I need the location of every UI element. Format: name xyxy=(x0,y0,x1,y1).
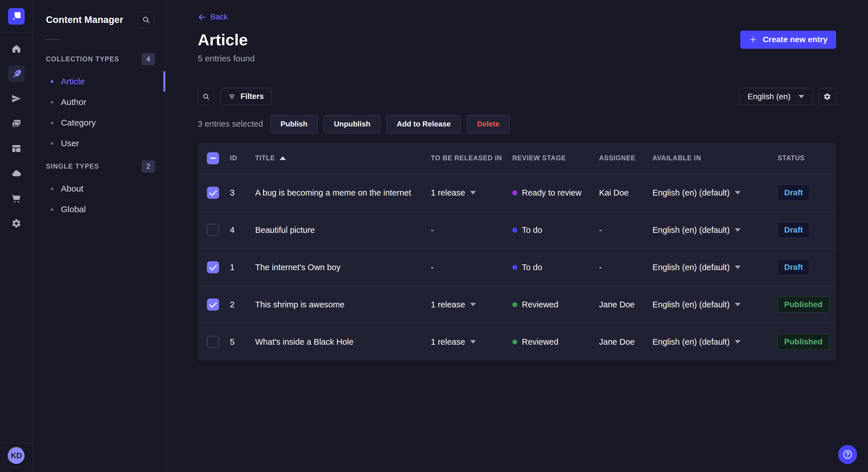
divider xyxy=(46,39,59,40)
strapi-logo[interactable] xyxy=(8,8,25,25)
column-header-title[interactable]: TITLE xyxy=(255,154,431,162)
sidebar-item-label: Author xyxy=(61,97,86,107)
delete-button[interactable]: Delete xyxy=(467,115,509,133)
create-new-entry-button[interactable]: Create new entry xyxy=(740,31,836,49)
column-header-status[interactable]: STATUS xyxy=(778,154,836,162)
row-checkbox[interactable] xyxy=(207,187,219,199)
sidebar-item-label: Global xyxy=(61,204,86,214)
table-row[interactable]: 2 This shrimp is awesome 1 release Revie… xyxy=(198,286,836,323)
releases-paper-plane-icon[interactable] xyxy=(8,90,25,107)
column-header-id[interactable]: ID xyxy=(230,154,255,162)
back-arrow-icon xyxy=(198,13,206,22)
cell-status: Published xyxy=(778,334,836,350)
sidebar-item-article[interactable]: Article xyxy=(33,71,165,92)
cell-id: 5 xyxy=(230,337,255,347)
media-library-images-icon[interactable] xyxy=(8,115,25,132)
help-button[interactable] xyxy=(838,445,857,464)
row-checkbox[interactable] xyxy=(207,224,219,236)
sort-ascending-icon xyxy=(280,156,286,160)
page-title: Article xyxy=(198,31,248,49)
sidebar-item-global[interactable]: Global xyxy=(33,199,165,220)
chevron-down-icon xyxy=(735,228,741,232)
table-row[interactable]: 5 What's inside a Black Hole 1 release R… xyxy=(198,323,836,361)
subnav-section: COLLECTION TYPES 4 Article Author Catego… xyxy=(33,52,165,154)
avatar-initials: KD xyxy=(11,451,22,460)
select-all-cell xyxy=(198,152,230,164)
settings-gear-icon[interactable] xyxy=(8,215,25,232)
cell-review-stage: Reviewed xyxy=(513,300,599,309)
back-link[interactable]: Back xyxy=(198,12,228,22)
bullet-icon xyxy=(51,188,53,190)
entries-table: ID TITLE TO BE RELEASED IN REVIEW STAGE … xyxy=(198,142,836,361)
cell-assignee: - xyxy=(599,225,652,235)
column-header-available-in[interactable]: AVAILABLE IN xyxy=(652,154,778,162)
sidebar-item-author[interactable]: Author xyxy=(33,92,165,112)
main-nav-rail: KD xyxy=(0,0,33,472)
row-select-cell xyxy=(198,224,230,236)
select-all-checkbox[interactable] xyxy=(207,152,219,164)
main-content: Back Article Create new entry 5 entries … xyxy=(166,0,868,472)
publish-button[interactable]: Publish xyxy=(270,115,317,133)
section-items: About Global xyxy=(33,178,165,220)
content-manager-sidebar: Content Manager COLLECTION TYPES 4 Artic… xyxy=(33,0,166,472)
section-label: COLLECTION TYPES xyxy=(46,55,119,63)
cell-assignee: Jane Doe xyxy=(599,300,652,309)
cell-to-be-released-in[interactable]: 1 release xyxy=(431,188,513,198)
add-to-release-button[interactable]: Add to Release xyxy=(386,115,461,133)
filters-button[interactable]: Filters xyxy=(220,88,272,105)
cell-available-in[interactable]: English (en) (default) xyxy=(652,300,778,309)
bulk-actions: PublishUnpublishAdd to ReleaseDelete xyxy=(270,115,509,133)
sidebar-title: Content Manager xyxy=(46,14,123,25)
locale-select[interactable]: English (en) xyxy=(739,88,813,105)
avatar[interactable]: KD xyxy=(7,447,25,465)
table-header-row: ID TITLE TO BE RELEASED IN REVIEW STAGE … xyxy=(198,142,836,174)
cell-available-in[interactable]: English (en) (default) xyxy=(652,225,778,235)
cell-available-in[interactable]: English (en) (default) xyxy=(652,188,778,198)
section-head: COLLECTION TYPES 4 xyxy=(33,52,165,66)
entries-count: 5 entries found xyxy=(198,54,836,63)
content-manager-feather-icon[interactable] xyxy=(8,65,25,82)
view-settings-button[interactable] xyxy=(818,88,836,105)
deploy-cloud-icon[interactable] xyxy=(8,165,25,182)
unpublish-button[interactable]: Unpublish xyxy=(324,115,380,133)
search-icon xyxy=(202,93,210,101)
row-select-cell xyxy=(198,261,230,273)
column-header-to-be-released-in[interactable]: TO BE RELEASED IN xyxy=(431,154,513,162)
cell-status: Published xyxy=(778,297,836,312)
row-checkbox[interactable] xyxy=(207,299,219,310)
cell-title: Beautiful picture xyxy=(255,225,431,235)
row-checkbox[interactable] xyxy=(207,336,219,348)
column-header-assignee[interactable]: ASSIGNEE xyxy=(599,154,652,162)
cell-title: The internet's Own boy xyxy=(255,263,431,272)
sidebar-item-user[interactable]: User xyxy=(33,133,165,154)
table-row[interactable]: 1 The internet's Own boy - To do - Engli… xyxy=(198,248,836,286)
table-row[interactable]: 3 A bug is becoming a meme on the intern… xyxy=(198,174,836,211)
rail-icons xyxy=(8,40,25,232)
cell-to-be-released-in[interactable]: - xyxy=(431,263,513,272)
table-row[interactable]: 4 Beautiful picture - To do - English (e… xyxy=(198,211,836,248)
cell-id: 3 xyxy=(230,188,255,198)
cell-assignee: Kai Doe xyxy=(599,188,652,198)
cell-title: What's inside a Black Hole xyxy=(255,337,431,347)
sidebar-item-category[interactable]: Category xyxy=(33,112,165,133)
marketplace-cart-icon[interactable] xyxy=(8,190,25,207)
bullet-icon xyxy=(51,80,53,83)
filter-icon xyxy=(228,93,236,101)
chevron-down-icon xyxy=(470,340,476,343)
cell-available-in[interactable]: English (en) (default) xyxy=(652,263,778,272)
table-search-button[interactable] xyxy=(198,88,214,105)
bullet-icon xyxy=(51,208,53,211)
cell-to-be-released-in[interactable]: - xyxy=(431,225,513,235)
column-header-review-stage[interactable]: REVIEW STAGE xyxy=(513,154,599,162)
bullet-icon xyxy=(51,101,53,103)
cell-to-be-released-in[interactable]: 1 release xyxy=(431,300,513,309)
content-type-builder-layout-icon[interactable] xyxy=(8,140,25,157)
sidebar-search-button[interactable] xyxy=(138,11,154,28)
cell-to-be-released-in[interactable]: 1 release xyxy=(431,337,513,347)
row-checkbox[interactable] xyxy=(207,261,219,273)
cell-status: Draft xyxy=(778,222,836,238)
home-icon[interactable] xyxy=(8,40,25,57)
subnav-sections: COLLECTION TYPES 4 Article Author Catego… xyxy=(33,52,165,220)
sidebar-item-about[interactable]: About xyxy=(33,178,165,199)
cell-available-in[interactable]: English (en) (default) xyxy=(652,337,778,347)
